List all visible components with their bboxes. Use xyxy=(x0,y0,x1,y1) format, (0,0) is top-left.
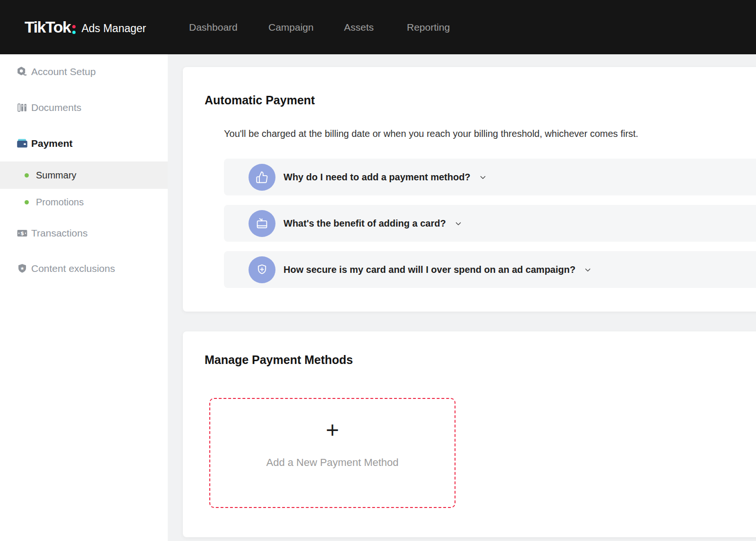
add-new-payment-method-label: Add a New Payment Method xyxy=(210,456,455,469)
ads-manager-label: Ads Manager xyxy=(81,22,146,35)
manage-payment-methods-title: Manage Payment Methods xyxy=(205,353,353,367)
automatic-payment-title: Automatic Payment xyxy=(205,93,315,107)
faq-question: What's the benefit of adding a card? xyxy=(284,218,462,229)
faq-question-text: What's the benefit of adding a card? xyxy=(284,218,446,229)
chevron-down-icon[interactable] xyxy=(479,174,487,181)
faq-question: How secure is my card and will I over sp… xyxy=(284,264,592,275)
sidebar: Account Setup Documents Payment Summary xyxy=(0,54,168,541)
top-navbar: TikTok Ads Manager Dashboard Campaign As… xyxy=(0,0,756,54)
faq-row-card-benefit[interactable]: What's the benefit of adding a card? xyxy=(224,205,756,242)
sidebar-item-label: Content exclusions xyxy=(31,263,115,274)
plus-icon: + xyxy=(210,419,455,441)
green-bullet-icon xyxy=(25,173,29,178)
sidebar-item-payment[interactable]: Payment xyxy=(0,136,168,151)
sidebar-item-label: Transactions xyxy=(31,228,87,239)
thumbs-up-icon xyxy=(249,164,275,191)
shield-plus-icon xyxy=(249,256,275,283)
faq-row-payment-method[interactable]: Why do I need to add a payment method? xyxy=(224,159,756,195)
tiktok-colon-icon xyxy=(72,25,76,34)
nav-campaign[interactable]: Campaign xyxy=(268,0,314,54)
transactions-icon: $ xyxy=(16,228,28,239)
automatic-payment-subtitle: You'll be charged at the billing date or… xyxy=(224,128,638,139)
chevron-down-icon[interactable] xyxy=(455,220,462,228)
documents-icon xyxy=(16,102,28,113)
faq-question: Why do I need to add a payment method? xyxy=(284,172,487,183)
automatic-payment-card: Automatic Payment You'll be charged at t… xyxy=(183,67,756,312)
faq-question-text: How secure is my card and will I over sp… xyxy=(284,264,576,275)
sidebar-item-label: Documents xyxy=(31,102,81,113)
sidebar-item-transactions[interactable]: $ Transactions xyxy=(0,226,168,241)
content-exclusions-shield-icon: ★ xyxy=(16,263,28,274)
svg-text:★: ★ xyxy=(20,266,25,271)
svg-text:$: $ xyxy=(20,230,24,237)
sidebar-item-label: Account Setup xyxy=(31,66,96,77)
sidebar-item-account-setup[interactable]: Account Setup xyxy=(0,64,168,79)
sidebar-item-documents[interactable]: Documents xyxy=(0,100,168,115)
sidebar-subitem-promotions[interactable]: Promotions xyxy=(0,194,168,210)
tiktok-wordmark: TikTok xyxy=(25,18,70,36)
manage-payment-methods-card: Manage Payment Methods + Add a New Payme… xyxy=(183,331,756,537)
faq-row-card-security[interactable]: How secure is my card and will I over sp… xyxy=(224,251,756,288)
sidebar-item-label: Payment xyxy=(31,138,73,149)
nav-reporting[interactable]: Reporting xyxy=(407,0,450,54)
green-bullet-icon xyxy=(25,200,29,204)
main-content: Automatic Payment You'll be charged at t… xyxy=(168,54,756,541)
sidebar-subitem-summary[interactable]: Summary xyxy=(0,161,168,189)
sidebar-item-content-exclusions[interactable]: ★ Content exclusions xyxy=(0,261,168,276)
account-setup-icon xyxy=(16,66,28,77)
faq-question-text: Why do I need to add a payment method? xyxy=(284,172,471,183)
nav-assets[interactable]: Assets xyxy=(344,0,374,54)
nav-dashboard[interactable]: Dashboard xyxy=(189,0,238,54)
payment-wallet-icon xyxy=(16,138,28,149)
credit-card-icon xyxy=(249,210,275,237)
sidebar-subitem-label: Summary xyxy=(36,170,77,181)
tiktok-logo[interactable]: TikTok Ads Manager xyxy=(25,0,146,54)
add-new-payment-method-button[interactable]: + Add a New Payment Method xyxy=(209,398,455,508)
sidebar-subitem-label: Promotions xyxy=(36,197,84,208)
chevron-down-icon[interactable] xyxy=(584,266,592,274)
